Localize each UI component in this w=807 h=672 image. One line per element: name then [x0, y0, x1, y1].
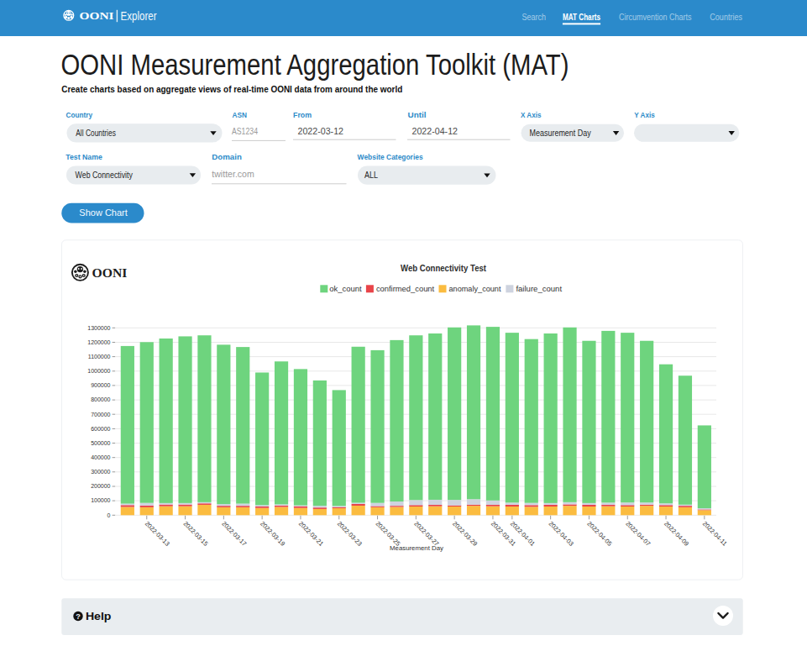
svg-text:600000: 600000 [91, 426, 110, 432]
svg-text:Y Axis: Y Axis [634, 110, 655, 119]
svg-text:?: ? [76, 612, 81, 621]
svg-text:Domain: Domain [212, 152, 242, 161]
svg-text:1200000: 1200000 [87, 339, 110, 345]
svg-text:100000: 100000 [91, 497, 110, 503]
svg-text:Web Connectivity Test: Web Connectivity Test [401, 262, 486, 273]
svg-text:0: 0 [107, 512, 111, 518]
svg-text:X Axis: X Axis [521, 110, 542, 119]
svg-text:400000: 400000 [91, 454, 110, 460]
svg-text:ALL: ALL [364, 171, 378, 180]
svg-text:2022-04-12: 2022-04-12 [412, 127, 459, 136]
svg-text:Explorer: Explorer [121, 10, 157, 23]
svg-text:Circumvention Charts: Circumvention Charts [619, 13, 691, 22]
svg-text:OONI: OONI [80, 9, 114, 22]
svg-text:Until: Until [408, 110, 427, 119]
svg-text:Country: Country [66, 110, 93, 119]
svg-text:AS1234: AS1234 [232, 127, 258, 136]
svg-text:1300000: 1300000 [87, 325, 110, 331]
svg-text:Website Categories: Website Categories [358, 152, 423, 161]
svg-text:Create charts based on aggrega: Create charts based on aggregate views o… [61, 85, 402, 94]
svg-text:ASN: ASN [233, 110, 248, 119]
svg-text:OONI Measurement Aggregation T: OONI Measurement Aggregation Toolkit (MA… [61, 48, 569, 81]
svg-text:From: From [293, 110, 312, 119]
svg-text:All Countries: All Countries [76, 129, 116, 138]
svg-text:Measurement Day: Measurement Day [530, 129, 591, 138]
svg-text:OONI: OONI [92, 267, 128, 280]
svg-text:200000: 200000 [91, 483, 110, 489]
svg-text:2022-03-12: 2022-03-12 [298, 127, 344, 136]
svg-text:Test Name: Test Name [66, 152, 102, 161]
svg-text:1000000: 1000000 [87, 368, 110, 374]
svg-text:confirmed_count: confirmed_count [376, 285, 435, 293]
svg-text:twitter.com: twitter.com [212, 169, 254, 179]
svg-text:900000: 900000 [91, 382, 110, 388]
svg-text:Countries: Countries [710, 13, 742, 22]
svg-text:Help: Help [86, 611, 112, 622]
svg-text:MAT Charts: MAT Charts [563, 13, 601, 22]
svg-text:Web Connectivity: Web Connectivity [76, 171, 133, 180]
svg-text:1100000: 1100000 [88, 354, 111, 360]
svg-text:anomaly_count: anomaly_count [449, 285, 501, 293]
svg-text:700000: 700000 [91, 412, 110, 417]
svg-text:failure_count: failure_count [516, 285, 562, 293]
svg-text:Measurement Day: Measurement Day [390, 544, 443, 552]
svg-text:300000: 300000 [91, 469, 110, 475]
svg-text:ok_count: ok_count [329, 285, 362, 293]
svg-text:Search: Search [521, 13, 546, 22]
svg-text:Show Chart: Show Chart [79, 207, 128, 218]
svg-text:500000: 500000 [91, 440, 110, 446]
svg-text:800000: 800000 [91, 396, 110, 402]
